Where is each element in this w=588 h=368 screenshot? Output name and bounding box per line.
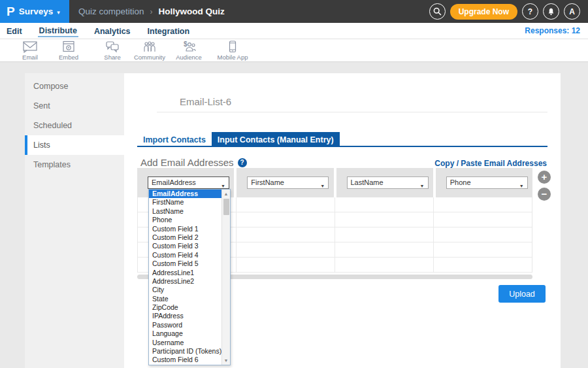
contact-cell[interactable] bbox=[434, 212, 532, 227]
contact-cell[interactable] bbox=[434, 243, 532, 257]
nav-item-analytics[interactable]: Analytics bbox=[93, 25, 132, 37]
toolbar-label: Embed bbox=[59, 54, 78, 61]
contact-cell[interactable] bbox=[434, 197, 532, 212]
account-button[interactable]: A bbox=[564, 3, 580, 20]
toolbar-label: Audience bbox=[176, 54, 202, 61]
upload-button[interactable]: Upload bbox=[498, 285, 546, 303]
contact-cell[interactable] bbox=[335, 227, 434, 242]
remove-column-button[interactable]: − bbox=[538, 188, 551, 201]
questionpro-app: P Surveys ▾ Quiz competition › Hollywood… bbox=[0, 0, 588, 368]
nav-item-distribute[interactable]: Distribute bbox=[38, 24, 78, 37]
select-value: LastName bbox=[351, 178, 384, 186]
contact-cell[interactable] bbox=[237, 212, 335, 227]
toolbar-label: Community bbox=[134, 54, 165, 61]
page-body: Compose Sent Scheduled Lists Templates E… bbox=[0, 62, 588, 368]
notifications-button[interactable] bbox=[543, 3, 559, 20]
scroll-down-icon[interactable]: ▼ bbox=[222, 356, 230, 365]
dropdown-option[interactable]: AddressLine2 bbox=[149, 277, 230, 286]
dropdown-option[interactable]: Custom Field 6 bbox=[149, 356, 230, 364]
select-value: Phone bbox=[450, 178, 471, 186]
surveys-menu-button[interactable]: P Surveys ▾ bbox=[0, 0, 69, 23]
column-field-select-3[interactable]: LastName ▼ bbox=[347, 176, 429, 189]
column-field-select-4[interactable]: Phone ▼ bbox=[446, 176, 528, 189]
contact-cell[interactable] bbox=[434, 227, 532, 242]
breadcrumb-separator-icon: › bbox=[150, 7, 153, 16]
search-button[interactable] bbox=[429, 3, 446, 20]
sidebar-item-compose[interactable]: Compose bbox=[25, 76, 124, 96]
dropdown-option[interactable]: ZipCode bbox=[149, 303, 230, 312]
dropdown-option[interactable]: Language bbox=[149, 329, 230, 338]
contact-cell[interactable] bbox=[335, 212, 434, 227]
select-caret-icon: ▼ bbox=[221, 180, 225, 189]
dropdown-option[interactable]: IPAddress bbox=[149, 312, 230, 320]
contact-cell[interactable] bbox=[335, 243, 434, 257]
audience-icon: $ bbox=[181, 41, 197, 53]
dropdown-option[interactable]: Phone bbox=[149, 216, 230, 224]
sidebar-item-scheduled[interactable]: Scheduled bbox=[25, 116, 124, 135]
toolbar-item-mobile-app[interactable]: Mobile App bbox=[210, 41, 255, 61]
contact-cell[interactable] bbox=[335, 258, 434, 272]
dropdown-option[interactable]: LastName bbox=[149, 207, 230, 216]
dropdown-option[interactable]: FirstName bbox=[149, 198, 230, 207]
avatar: A bbox=[569, 7, 575, 16]
copy-paste-email-addresses-link[interactable]: Copy / Paste Email Addresses bbox=[434, 159, 547, 168]
breadcrumb-parent-link[interactable]: Quiz competition bbox=[78, 7, 144, 16]
toolbar-item-audience[interactable]: $ Audience bbox=[166, 41, 212, 61]
contact-cell[interactable] bbox=[335, 197, 434, 212]
dropdown-option[interactable]: Custom Field 4 bbox=[149, 251, 230, 259]
column-field-select-1[interactable]: EmailAddress ▼ bbox=[148, 176, 229, 189]
contact-cell[interactable] bbox=[237, 197, 335, 212]
help-button[interactable]: ? bbox=[522, 3, 538, 20]
column-field-select-2[interactable]: FirstName ▼ bbox=[247, 176, 329, 189]
field-dropdown-options: EmailAddress FirstName LastName Phone Cu… bbox=[149, 190, 230, 365]
dropdown-option-selected[interactable]: EmailAddress bbox=[149, 190, 230, 198]
survey-nav: Edit Distribute Analytics Integration Re… bbox=[0, 23, 588, 39]
heading-text: Add Email Addresses bbox=[140, 157, 234, 168]
tab-import-contacts[interactable]: Import Contacts bbox=[137, 132, 212, 146]
dropdown-option[interactable]: AddressLine1 bbox=[149, 269, 230, 277]
dropdown-scrollbar[interactable]: ▲ ▼ bbox=[221, 190, 230, 365]
contact-cell[interactable] bbox=[237, 243, 335, 257]
toolbar-label: Mobile App bbox=[217, 54, 248, 61]
sidebar-item-lists[interactable]: Lists bbox=[25, 135, 124, 155]
contact-cell[interactable] bbox=[237, 227, 335, 242]
dropdown-option[interactable]: Participant ID (Tokens) bbox=[149, 347, 230, 356]
contact-cell[interactable] bbox=[434, 258, 532, 272]
dropdown-option[interactable]: Username bbox=[149, 339, 230, 347]
community-icon bbox=[142, 41, 157, 53]
dropdown-scrollbar-thumb[interactable] bbox=[223, 199, 229, 215]
scroll-up-icon[interactable]: ▲ bbox=[222, 190, 230, 198]
contacts-tabbar: Import Contacts Input Contacts (Manual E… bbox=[137, 132, 547, 147]
svg-text:$: $ bbox=[184, 41, 188, 48]
select-value: EmailAddress bbox=[152, 178, 196, 186]
sidebar-item-templates[interactable]: Templates bbox=[25, 155, 124, 175]
email-list-title: Email-List-6 bbox=[180, 96, 231, 107]
top-bar: P Surveys ▾ Quiz competition › Hollywood… bbox=[0, 0, 588, 23]
contact-cell[interactable] bbox=[237, 258, 335, 272]
responses-count[interactable]: Responses: 12 bbox=[525, 26, 580, 35]
select-caret-icon: ▼ bbox=[519, 180, 524, 189]
dropdown-option[interactable]: Custom Field 2 bbox=[149, 233, 230, 242]
dropdown-option[interactable]: Custom Field 1 bbox=[149, 225, 230, 233]
field-dropdown-open: EmailAddress FirstName LastName Phone Cu… bbox=[148, 189, 231, 365]
toolbar-label: Email bbox=[22, 54, 38, 61]
nav-item-integration[interactable]: Integration bbox=[146, 25, 191, 37]
dropdown-option[interactable]: State bbox=[149, 295, 230, 303]
breadcrumb: Quiz competition › Hollywood Quiz bbox=[78, 0, 225, 23]
dropdown-option[interactable]: Custom Field 3 bbox=[149, 242, 230, 250]
add-column-button[interactable]: + bbox=[538, 171, 551, 184]
dropdown-option[interactable]: Password bbox=[149, 321, 230, 329]
breadcrumb-current: Hollywood Quiz bbox=[159, 7, 225, 16]
sidebar-item-sent[interactable]: Sent bbox=[25, 96, 124, 116]
tab-input-contacts-manual-entry[interactable]: Input Contacts (Manual Entry) bbox=[212, 132, 340, 146]
select-caret-icon: ▼ bbox=[320, 180, 325, 189]
search-icon bbox=[433, 7, 442, 16]
embed-icon bbox=[62, 41, 75, 53]
dropdown-option[interactable]: Custom Field 5 bbox=[149, 259, 230, 268]
select-caret-icon: ▼ bbox=[420, 180, 425, 189]
dropdown-option[interactable]: City bbox=[149, 286, 230, 294]
help-tooltip-icon[interactable]: ? bbox=[238, 158, 247, 167]
toolbar-item-embed[interactable]: Embed bbox=[46, 41, 91, 61]
nav-item-edit[interactable]: Edit bbox=[5, 25, 24, 37]
upgrade-now-button[interactable]: Upgrade Now bbox=[450, 4, 517, 20]
